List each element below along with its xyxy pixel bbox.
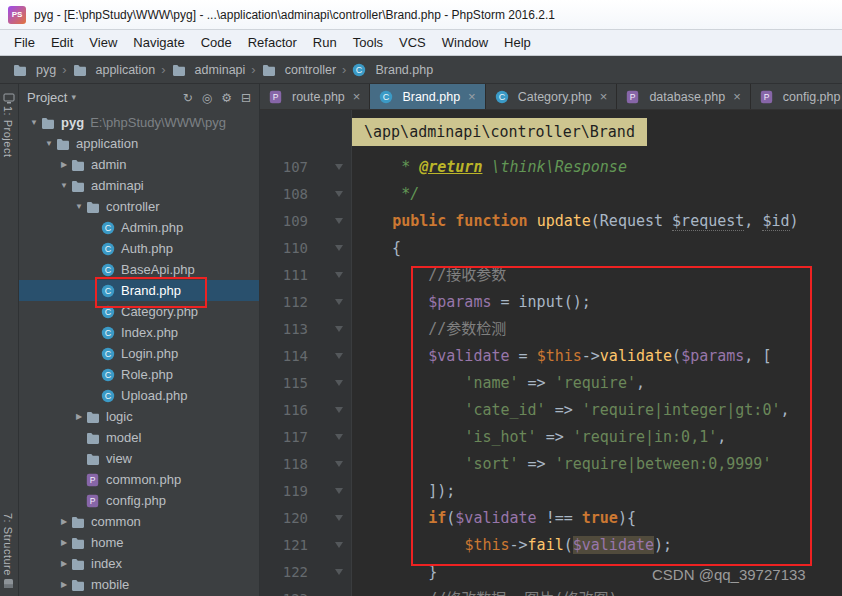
- line-number[interactable]: 112: [260, 289, 308, 316]
- fold-arrow-icon[interactable]: [308, 262, 352, 289]
- tab-brand-php[interactable]: CBrand.php×: [370, 84, 485, 109]
- menu-view[interactable]: View: [81, 32, 125, 53]
- breadcrumb-pyg[interactable]: pyg: [10, 63, 59, 77]
- code-text[interactable]: * @return \think\Response: [352, 154, 627, 181]
- fold-arrow-icon[interactable]: [308, 424, 352, 451]
- code-text[interactable]: //接收参数: [352, 262, 506, 289]
- tree-item-controller[interactable]: ▼controller: [19, 196, 259, 217]
- chevron-collapsed-icon[interactable]: ▶: [57, 160, 71, 169]
- collapse-all-icon[interactable]: ⊟: [241, 91, 251, 105]
- fold-arrow-icon[interactable]: [308, 235, 352, 262]
- line-number[interactable]: 113: [260, 316, 308, 343]
- tree-item-model[interactable]: model: [19, 427, 259, 448]
- code-text[interactable]: 'name' => 'require',: [352, 370, 645, 397]
- tree-item-baseapi-php[interactable]: CBaseApi.php: [19, 259, 259, 280]
- code-text[interactable]: 'sort' => 'require|between:0,9999': [352, 451, 771, 478]
- close-icon[interactable]: ×: [600, 89, 608, 104]
- tree-item-common[interactable]: ▶common: [19, 511, 259, 532]
- tree-item-adminapi[interactable]: ▼adminapi: [19, 175, 259, 196]
- tree-item-category-php[interactable]: CCategory.php: [19, 301, 259, 322]
- menu-edit[interactable]: Edit: [43, 32, 81, 53]
- panel-title[interactable]: Project: [27, 90, 67, 105]
- fold-arrow-icon[interactable]: [308, 370, 352, 397]
- tab-category-php[interactable]: CCategory.php×: [486, 84, 618, 109]
- breadcrumb-brand-php[interactable]: CBrand.php: [349, 63, 436, 77]
- breadcrumb-controller[interactable]: controller: [259, 63, 339, 77]
- chevron-expanded-icon[interactable]: ▼: [72, 202, 86, 211]
- code-text[interactable]: {: [352, 235, 401, 262]
- code-text[interactable]: //修改数据--图片(修改图): [352, 586, 617, 596]
- chevron-down-icon[interactable]: ▾: [71, 92, 76, 102]
- tree-item-admin[interactable]: ▶admin: [19, 154, 259, 175]
- menu-tools[interactable]: Tools: [345, 32, 391, 53]
- tree-item-brand-php[interactable]: CBrand.php: [19, 280, 259, 301]
- tree-item-role-php[interactable]: CRole.php: [19, 364, 259, 385]
- tree-item-application[interactable]: ▼application: [19, 133, 259, 154]
- fold-arrow-icon[interactable]: [308, 505, 352, 532]
- fold-arrow-icon[interactable]: [308, 208, 352, 235]
- close-icon[interactable]: ×: [353, 89, 361, 104]
- tree-item-index-php[interactable]: CIndex.php: [19, 322, 259, 343]
- menu-help[interactable]: Help: [496, 32, 539, 53]
- line-number[interactable]: 110: [260, 235, 308, 262]
- fold-arrow-icon[interactable]: [308, 532, 352, 559]
- line-number[interactable]: 116: [260, 397, 308, 424]
- gear-icon[interactable]: ⚙: [221, 91, 232, 105]
- tab-config-php[interactable]: Pconfig.php×: [751, 84, 842, 109]
- close-icon[interactable]: ×: [733, 89, 741, 104]
- line-number[interactable]: 123: [260, 586, 308, 596]
- line-number[interactable]: 119: [260, 478, 308, 505]
- close-icon[interactable]: ×: [468, 89, 476, 104]
- breadcrumb-application[interactable]: application: [70, 63, 159, 77]
- tree-item-auth-php[interactable]: CAuth.php: [19, 238, 259, 259]
- menu-refactor[interactable]: Refactor: [240, 32, 305, 53]
- chevron-collapsed-icon[interactable]: ▶: [57, 559, 71, 568]
- code-text[interactable]: $validate = $this->validate($params, [: [352, 343, 771, 370]
- code-text[interactable]: public function update(Request $request,…: [352, 208, 799, 235]
- tree-item-common-php[interactable]: Pcommon.php: [19, 469, 259, 490]
- line-number[interactable]: 120: [260, 505, 308, 532]
- line-number[interactable]: 109: [260, 208, 308, 235]
- menu-code[interactable]: Code: [193, 32, 240, 53]
- code-area[interactable]: 107 * @return \think\Response108 */109 p…: [260, 110, 842, 596]
- line-number[interactable]: 115: [260, 370, 308, 397]
- chevron-collapsed-icon[interactable]: ▶: [72, 412, 86, 421]
- chevron-expanded-icon[interactable]: ▼: [27, 118, 41, 127]
- locate-icon[interactable]: ◎: [202, 91, 212, 105]
- sync-icon[interactable]: ↻: [183, 91, 193, 105]
- fold-arrow-icon[interactable]: [308, 343, 352, 370]
- menu-navigate[interactable]: Navigate: [125, 32, 192, 53]
- tab-database-php[interactable]: Pdatabase.php×: [617, 84, 750, 109]
- fold-arrow-icon[interactable]: [308, 559, 352, 586]
- breadcrumb-adminapi[interactable]: adminapi: [169, 63, 249, 77]
- tree-item-upload-php[interactable]: CUpload.php: [19, 385, 259, 406]
- menu-vcs[interactable]: VCS: [391, 32, 434, 53]
- chevron-expanded-icon[interactable]: ▼: [57, 181, 71, 190]
- chevron-collapsed-icon[interactable]: ▶: [57, 538, 71, 547]
- tool-strip-structure-label[interactable]: 7: Structure: [2, 513, 14, 576]
- code-text[interactable]: if($validate !== true){: [352, 505, 636, 532]
- line-number[interactable]: 121: [260, 532, 308, 559]
- line-number[interactable]: 108: [260, 181, 308, 208]
- fold-arrow-icon[interactable]: [308, 289, 352, 316]
- chevron-expanded-icon[interactable]: ▼: [42, 139, 56, 148]
- tree-item-login-php[interactable]: CLogin.php: [19, 343, 259, 364]
- fold-arrow-icon[interactable]: [308, 181, 352, 208]
- tool-strip-project-label[interactable]: 1: Project: [2, 106, 14, 157]
- menu-file[interactable]: File: [6, 32, 43, 53]
- code-text[interactable]: //参数检测: [352, 316, 506, 343]
- fold-arrow-icon[interactable]: [308, 451, 352, 478]
- fold-arrow-icon[interactable]: [308, 316, 352, 343]
- fold-arrow-icon[interactable]: [308, 154, 352, 181]
- tree-item-view[interactable]: view: [19, 448, 259, 469]
- line-number[interactable]: 111: [260, 262, 308, 289]
- code-text[interactable]: 'cate_id' => 'require|integer|gt:0',: [352, 397, 790, 424]
- tree-item-config-php[interactable]: Pconfig.php: [19, 490, 259, 511]
- line-number[interactable]: 114: [260, 343, 308, 370]
- tree-item-index[interactable]: ▶index: [19, 553, 259, 574]
- chevron-collapsed-icon[interactable]: ▶: [57, 580, 71, 589]
- line-number[interactable]: 118: [260, 451, 308, 478]
- code-text[interactable]: }: [352, 559, 437, 586]
- menu-run[interactable]: Run: [305, 32, 345, 53]
- line-number[interactable]: 107: [260, 154, 308, 181]
